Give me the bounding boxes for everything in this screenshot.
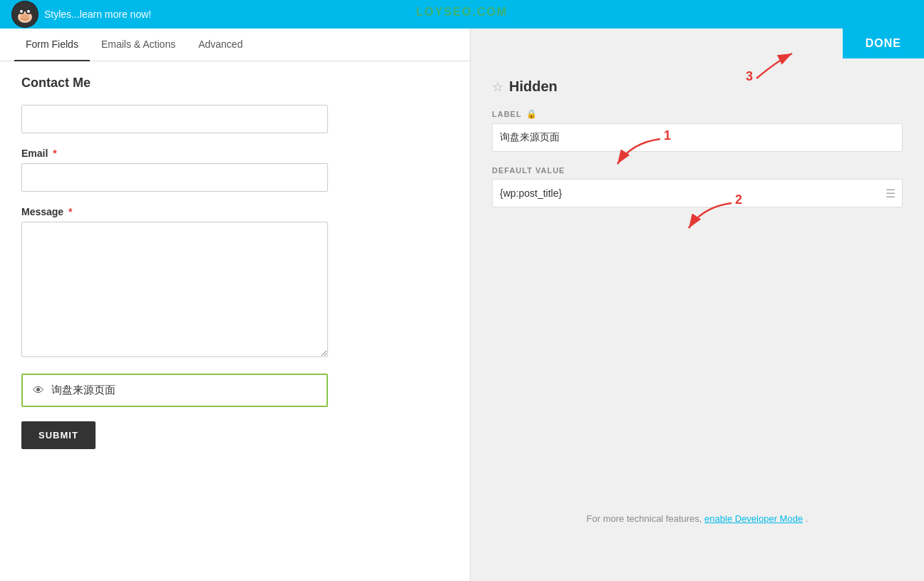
name-input[interactable] xyxy=(21,105,328,133)
main-layout: Form Fields Emails & Actions Advanced Co… xyxy=(0,29,924,581)
default-value-wrapper: ☰ xyxy=(492,179,903,207)
right-content: ☆ Hidden LABEL 🔒 DEFAULT VALUE ☰ xyxy=(471,29,924,581)
email-label: Email * xyxy=(21,148,448,159)
tab-form-fields[interactable]: Form Fields xyxy=(14,29,90,61)
svg-point-4 xyxy=(20,10,23,13)
message-field: Message * xyxy=(21,206,448,359)
message-required-marker: * xyxy=(68,206,72,217)
message-label: Message * xyxy=(21,206,448,217)
done-button[interactable]: DONE xyxy=(843,29,924,58)
label-input[interactable] xyxy=(492,123,903,152)
list-icon: ☰ xyxy=(885,187,895,200)
watermark: LOYSEO.COM xyxy=(416,6,508,19)
label-info-icon: 🔒 xyxy=(526,109,538,119)
email-field: Email * xyxy=(21,148,448,192)
svg-point-5 xyxy=(27,10,30,13)
hidden-field-item[interactable]: 👁 询盘来源页面 xyxy=(21,374,328,407)
form-title: Contact Me xyxy=(21,76,448,91)
default-value-section-header: DEFAULT VALUE xyxy=(492,166,903,175)
right-panel: DONE ☆ Hidden LABEL 🔒 DEFAULT VALUE xyxy=(471,29,924,581)
banner-text: Styles...learn more now! xyxy=(44,9,151,20)
monkey-logo xyxy=(12,1,38,27)
label-section: LABEL 🔒 xyxy=(492,109,903,152)
tab-emails-actions[interactable]: Emails & Actions xyxy=(90,29,187,61)
message-input[interactable] xyxy=(21,222,328,357)
panel-header: ☆ Hidden xyxy=(492,78,903,95)
default-value-input[interactable] xyxy=(492,179,903,207)
email-required-marker: * xyxy=(53,148,56,159)
hidden-field-label: 询盘来源页面 xyxy=(51,384,115,397)
label-section-header: LABEL 🔒 xyxy=(492,109,903,119)
tab-advanced[interactable]: Advanced xyxy=(187,29,254,61)
name-field xyxy=(21,105,448,133)
dev-mode-note: For more technical features, enable Deve… xyxy=(471,513,924,524)
email-input[interactable] xyxy=(21,163,328,192)
default-value-section: DEFAULT VALUE ☰ xyxy=(492,166,903,207)
star-icon: ☆ xyxy=(492,79,503,95)
enable-developer-mode-link[interactable]: enable Developer Mode xyxy=(704,513,803,524)
tabs-bar: Form Fields Emails & Actions Advanced xyxy=(0,29,470,61)
left-panel: Form Fields Emails & Actions Advanced Co… xyxy=(0,29,471,581)
submit-button[interactable]: SUBMIT xyxy=(21,421,96,449)
eye-icon: 👁 xyxy=(33,384,44,397)
panel-title: Hidden xyxy=(509,78,558,95)
form-area: Contact Me Email * Message * xyxy=(0,61,470,581)
